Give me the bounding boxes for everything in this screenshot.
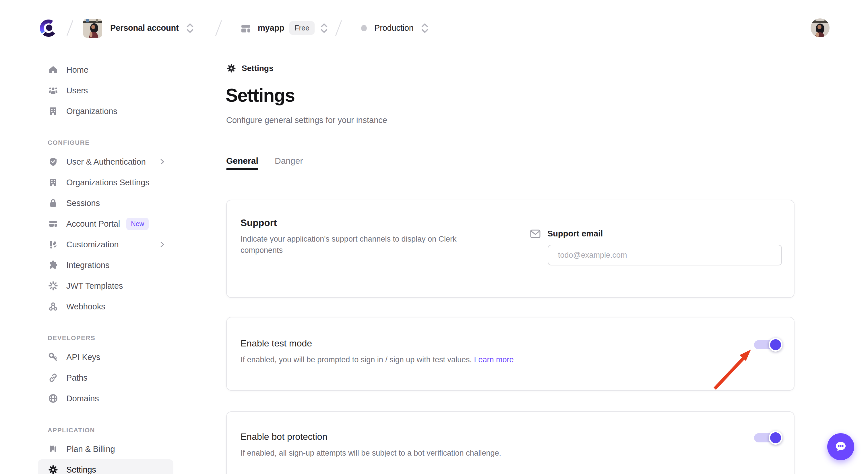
puzzle-icon	[48, 260, 58, 270]
account-label: Personal account	[110, 23, 179, 33]
tab-danger[interactable]: Danger	[275, 156, 303, 166]
app-switcher[interactable]: myapp Free	[241, 0, 328, 56]
users-icon	[48, 86, 58, 95]
sidebar-item-paths[interactable]: Paths	[38, 367, 174, 388]
support-card-description: Indicate your application's support chan…	[241, 234, 483, 256]
learn-more-link[interactable]: Learn more	[474, 355, 514, 364]
sidebar-item-organizations[interactable]: Organizations	[38, 101, 174, 121]
jwt-burst-icon	[48, 281, 58, 291]
environment-switcher[interactable]: Production	[361, 0, 429, 56]
sidebar-item-integrations[interactable]: Integrations	[38, 255, 174, 275]
sidebar-section-configure: CONFIGURE	[48, 139, 226, 147]
clerk-logo[interactable]	[37, 16, 60, 40]
sidebar-item-organizations-settings[interactable]: Organizations Settings	[38, 172, 174, 193]
bot-protection-toggle[interactable]	[754, 433, 779, 442]
customization-icon	[48, 240, 58, 249]
chevron-right-icon	[159, 158, 165, 165]
support-card-title: Support	[241, 217, 277, 228]
tab-general[interactable]: General	[226, 156, 258, 166]
chevron-updown-icon	[186, 22, 194, 34]
globe-icon	[48, 393, 58, 403]
account-avatar	[83, 19, 102, 38]
sidebar-item-jwt-templates[interactable]: JWT Templates	[38, 275, 174, 296]
bot-protection-description: If enabled, all sign-up attempts will be…	[241, 448, 501, 459]
sidebar-item-customization[interactable]: Customization	[38, 234, 174, 255]
sidebar-item-plan-billing[interactable]: Plan & Billing	[38, 439, 174, 460]
billing-bars-icon	[48, 444, 58, 454]
chevron-updown-icon	[421, 22, 429, 34]
environment-dot-icon	[361, 25, 367, 31]
support-card: Support Indicate your application's supp…	[226, 200, 795, 298]
plan-badge: Free	[289, 21, 314, 35]
new-badge: New	[126, 218, 149, 230]
account-portal-icon	[48, 219, 58, 229]
lock-icon	[48, 198, 58, 208]
sidebar-item-users[interactable]: Users	[38, 80, 174, 101]
app-name: myapp	[258, 23, 284, 33]
bot-protection-card: Enable bot protection If enabled, all si…	[226, 411, 795, 474]
sidebar-item-api-keys[interactable]: API Keys	[38, 347, 174, 367]
bot-protection-title: Enable bot protection	[241, 432, 327, 442]
key-icon	[48, 352, 58, 362]
sidebar-item-settings[interactable]: Settings	[38, 460, 174, 474]
sidebar-item-sessions[interactable]: Sessions	[38, 193, 174, 213]
top-header: Personal account myapp Free	[0, 0, 868, 56]
sidebar: Home Users Organizations CONFIGURE	[0, 56, 226, 474]
test-mode-description: If enabled, you will be prompted to sign…	[241, 354, 514, 365]
sidebar-item-domains[interactable]: Domains	[38, 388, 174, 409]
toggle-knob	[769, 431, 782, 445]
test-mode-toggle[interactable]	[754, 340, 779, 349]
sidebar-section-application: APPLICATION	[48, 426, 226, 434]
sidebar-section-developers: DEVELOPERS	[48, 334, 226, 342]
mail-icon	[530, 230, 540, 238]
chevron-right-icon	[159, 241, 165, 248]
tab-bar: General Danger	[226, 156, 795, 170]
environment-label: Production	[374, 23, 414, 33]
gear-icon	[48, 465, 58, 474]
test-mode-card: Enable test mode If enabled, you will be…	[226, 317, 795, 391]
application-icon	[241, 21, 251, 35]
breadcrumb-separator	[215, 20, 222, 36]
sidebar-item-home[interactable]: Home	[38, 59, 174, 80]
breadcrumb-separator	[67, 20, 73, 36]
shield-check-icon	[48, 157, 58, 167]
chat-bubble-icon	[834, 440, 848, 453]
toggle-knob	[769, 338, 782, 352]
page-subtitle: Configure general settings for your inst…	[226, 116, 387, 125]
home-icon	[48, 65, 58, 75]
chevron-updown-icon	[320, 22, 328, 34]
link-icon	[48, 373, 58, 383]
sidebar-item-user-authentication[interactable]: User & Authentication	[38, 151, 174, 172]
support-email-input[interactable]	[548, 245, 782, 265]
test-mode-title: Enable test mode	[241, 338, 312, 349]
account-switcher[interactable]: Personal account	[83, 0, 194, 56]
chat-fab-button[interactable]	[827, 433, 854, 460]
webhook-icon	[48, 302, 58, 312]
page-title: Settings	[226, 85, 294, 106]
page-breadcrumb: Settings	[227, 64, 273, 73]
building-icon	[48, 106, 58, 116]
building-icon	[48, 178, 58, 187]
breadcrumb-separator	[335, 20, 342, 36]
sidebar-item-account-portal[interactable]: Account Portal New	[38, 213, 174, 234]
support-email-label: Support email	[547, 229, 603, 238]
user-menu-avatar[interactable]	[811, 19, 830, 37]
gear-icon	[227, 64, 236, 73]
sidebar-item-webhooks[interactable]: Webhooks	[38, 296, 174, 317]
